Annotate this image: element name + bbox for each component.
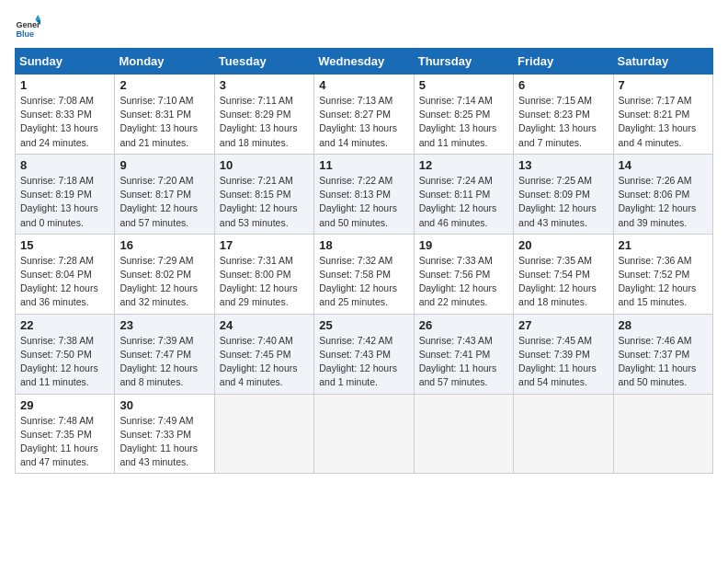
calendar-cell: 13 Sunrise: 7:25 AMSunset: 8:09 PMDaylig…	[514, 154, 613, 234]
calendar-cell: 12 Sunrise: 7:24 AMSunset: 8:11 PMDaylig…	[414, 154, 513, 234]
day-number: 17	[220, 238, 309, 252]
day-info: Sunrise: 7:45 AMSunset: 7:39 PMDaylight:…	[518, 335, 597, 388]
column-header-friday: Friday	[514, 49, 613, 75]
day-info: Sunrise: 7:49 AMSunset: 7:33 PMDaylight:…	[119, 415, 198, 468]
day-number: 28	[619, 318, 708, 332]
day-number: 2	[119, 78, 209, 92]
day-info: Sunrise: 7:39 AMSunset: 7:47 PMDaylight:…	[119, 335, 198, 388]
calendar-cell	[414, 394, 513, 474]
calendar-cell: 20 Sunrise: 7:35 AMSunset: 7:54 PMDaylig…	[514, 234, 613, 314]
day-info: Sunrise: 7:28 AMSunset: 8:04 PMDaylight:…	[20, 255, 98, 308]
day-info: Sunrise: 7:21 AMSunset: 8:15 PMDaylight:…	[220, 175, 298, 228]
calendar-cell: 18 Sunrise: 7:32 AMSunset: 7:58 PMDaylig…	[314, 234, 414, 314]
day-number: 7	[619, 78, 708, 92]
svg-marker-2	[35, 15, 40, 20]
calendar-cell: 25 Sunrise: 7:42 AMSunset: 7:43 PMDaylig…	[314, 314, 414, 394]
calendar-cell	[613, 394, 712, 474]
day-info: Sunrise: 7:11 AMSunset: 8:29 PMDaylight:…	[220, 95, 298, 148]
calendar-cell: 6 Sunrise: 7:15 AMSunset: 8:23 PMDayligh…	[514, 75, 613, 155]
column-header-wednesday: Wednesday	[314, 49, 414, 75]
day-number: 1	[20, 78, 109, 92]
calendar-cell: 5 Sunrise: 7:14 AMSunset: 8:25 PMDayligh…	[414, 75, 513, 155]
day-number: 10	[220, 158, 309, 172]
day-number: 14	[619, 158, 708, 172]
day-info: Sunrise: 7:29 AMSunset: 8:02 PMDaylight:…	[119, 255, 198, 308]
calendar-header-row: SundayMondayTuesdayWednesdayThursdayFrid…	[16, 49, 713, 75]
column-header-saturday: Saturday	[613, 49, 712, 75]
day-info: Sunrise: 7:35 AMSunset: 7:54 PMDaylight:…	[518, 255, 597, 308]
day-number: 22	[20, 318, 109, 332]
calendar-cell: 28 Sunrise: 7:46 AMSunset: 7:37 PMDaylig…	[613, 314, 712, 394]
day-info: Sunrise: 7:25 AMSunset: 8:09 PMDaylight:…	[518, 175, 597, 228]
day-info: Sunrise: 7:08 AMSunset: 8:33 PMDaylight:…	[20, 95, 98, 148]
calendar-cell: 7 Sunrise: 7:17 AMSunset: 8:21 PMDayligh…	[613, 75, 712, 155]
calendar-cell: 17 Sunrise: 7:31 AMSunset: 8:00 PMDaylig…	[214, 234, 313, 314]
column-header-tuesday: Tuesday	[214, 49, 313, 75]
day-number: 27	[518, 318, 608, 332]
calendar-cell	[314, 394, 414, 474]
calendar-week-row: 15 Sunrise: 7:28 AMSunset: 8:04 PMDaylig…	[16, 234, 713, 314]
day-number: 6	[518, 78, 608, 92]
calendar-cell: 27 Sunrise: 7:45 AMSunset: 7:39 PMDaylig…	[514, 314, 613, 394]
calendar-cell: 22 Sunrise: 7:38 AMSunset: 7:50 PMDaylig…	[16, 314, 115, 394]
day-number: 11	[319, 158, 408, 172]
day-info: Sunrise: 7:10 AMSunset: 8:31 PMDaylight:…	[119, 95, 198, 148]
day-number: 15	[20, 238, 109, 252]
calendar-cell: 15 Sunrise: 7:28 AMSunset: 8:04 PMDaylig…	[16, 234, 115, 314]
day-number: 21	[619, 238, 708, 252]
calendar-cell: 11 Sunrise: 7:22 AMSunset: 8:13 PMDaylig…	[314, 154, 414, 234]
column-header-thursday: Thursday	[414, 49, 513, 75]
calendar-cell: 19 Sunrise: 7:33 AMSunset: 7:56 PMDaylig…	[414, 234, 513, 314]
day-number: 16	[119, 238, 209, 252]
day-number: 24	[220, 318, 309, 332]
day-info: Sunrise: 7:46 AMSunset: 7:37 PMDaylight:…	[619, 335, 697, 388]
calendar-week-row: 8 Sunrise: 7:18 AMSunset: 8:19 PMDayligh…	[16, 154, 713, 234]
calendar-cell: 24 Sunrise: 7:40 AMSunset: 7:45 PMDaylig…	[214, 314, 313, 394]
day-info: Sunrise: 7:32 AMSunset: 7:58 PMDaylight:…	[319, 255, 397, 308]
day-number: 23	[119, 318, 209, 332]
calendar-cell: 16 Sunrise: 7:29 AMSunset: 8:02 PMDaylig…	[115, 234, 214, 314]
calendar-cell: 9 Sunrise: 7:20 AMSunset: 8:17 PMDayligh…	[115, 154, 214, 234]
day-info: Sunrise: 7:48 AMSunset: 7:35 PMDaylight:…	[20, 415, 98, 468]
day-number: 13	[518, 158, 608, 172]
column-header-sunday: Sunday	[16, 49, 115, 75]
calendar-week-row: 1 Sunrise: 7:08 AMSunset: 8:33 PMDayligh…	[16, 75, 713, 155]
calendar-cell: 23 Sunrise: 7:39 AMSunset: 7:47 PMDaylig…	[115, 314, 214, 394]
calendar-cell: 2 Sunrise: 7:10 AMSunset: 8:31 PMDayligh…	[115, 75, 214, 155]
calendar-cell: 26 Sunrise: 7:43 AMSunset: 7:41 PMDaylig…	[414, 314, 513, 394]
calendar-cell: 8 Sunrise: 7:18 AMSunset: 8:19 PMDayligh…	[16, 154, 115, 234]
day-number: 3	[220, 78, 309, 92]
day-number: 9	[119, 158, 209, 172]
day-number: 5	[419, 78, 508, 92]
day-number: 19	[419, 238, 508, 252]
day-number: 8	[20, 158, 109, 172]
day-info: Sunrise: 7:33 AMSunset: 7:56 PMDaylight:…	[419, 255, 497, 308]
day-info: Sunrise: 7:26 AMSunset: 8:06 PMDaylight:…	[619, 175, 697, 228]
day-number: 26	[419, 318, 508, 332]
svg-text:General: General	[16, 20, 40, 29]
calendar-table: SundayMondayTuesdayWednesdayThursdayFrid…	[15, 48, 713, 474]
day-number: 12	[419, 158, 508, 172]
day-info: Sunrise: 7:22 AMSunset: 8:13 PMDaylight:…	[319, 175, 397, 228]
calendar-cell: 30 Sunrise: 7:49 AMSunset: 7:33 PMDaylig…	[115, 394, 214, 474]
calendar-cell: 4 Sunrise: 7:13 AMSunset: 8:27 PMDayligh…	[314, 75, 414, 155]
calendar-cell	[214, 394, 313, 474]
column-header-monday: Monday	[115, 49, 214, 75]
day-info: Sunrise: 7:15 AMSunset: 8:23 PMDaylight:…	[518, 95, 597, 148]
day-number: 20	[518, 238, 608, 252]
day-info: Sunrise: 7:17 AMSunset: 8:21 PMDaylight:…	[619, 95, 697, 148]
calendar-cell: 3 Sunrise: 7:11 AMSunset: 8:29 PMDayligh…	[214, 75, 313, 155]
day-info: Sunrise: 7:18 AMSunset: 8:19 PMDaylight:…	[20, 175, 98, 228]
day-info: Sunrise: 7:13 AMSunset: 8:27 PMDaylight:…	[319, 95, 397, 148]
svg-text:Blue: Blue	[16, 29, 34, 39]
calendar-cell: 29 Sunrise: 7:48 AMSunset: 7:35 PMDaylig…	[16, 394, 115, 474]
calendar-week-row: 22 Sunrise: 7:38 AMSunset: 7:50 PMDaylig…	[16, 314, 713, 394]
calendar-cell: 10 Sunrise: 7:21 AMSunset: 8:15 PMDaylig…	[214, 154, 313, 234]
day-info: Sunrise: 7:40 AMSunset: 7:45 PMDaylight:…	[220, 335, 298, 388]
page-header: General Blue	[15, 15, 713, 40]
day-number: 4	[319, 78, 408, 92]
calendar-week-row: 29 Sunrise: 7:48 AMSunset: 7:35 PMDaylig…	[16, 394, 713, 474]
day-number: 25	[319, 318, 408, 332]
day-info: Sunrise: 7:43 AMSunset: 7:41 PMDaylight:…	[419, 335, 497, 388]
calendar-cell: 21 Sunrise: 7:36 AMSunset: 7:52 PMDaylig…	[613, 234, 712, 314]
